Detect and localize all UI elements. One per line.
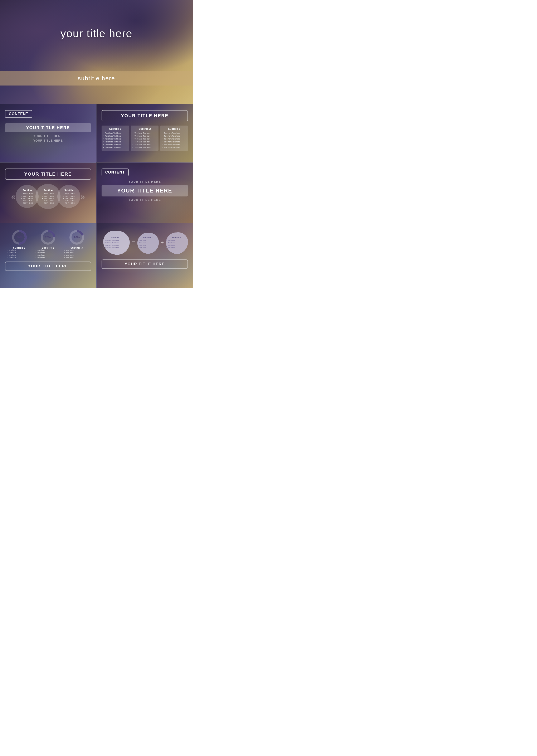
list-item: TEXT HERE — [21, 195, 33, 197]
cell2-col-1: Subtitle 1 Text here Text here Text here… — [102, 126, 129, 151]
blob3-inner: Subtitle 3 Text here Text here Text here… — [166, 236, 186, 249]
list-item: Text here — [7, 249, 32, 252]
donut-item-1: 50% Subtitle 1 Text here Text here Text … — [7, 229, 32, 259]
list-item: Text here — [35, 257, 61, 259]
cell5-content: 50% Subtitle 1 Text here Text here Text … — [5, 229, 91, 271]
list-item: Text here — [166, 239, 186, 242]
list-item: Text here Text here — [103, 132, 128, 135]
list-item: Text here — [7, 254, 32, 257]
cell2-title-box: YOUR TITLE HERE — [102, 110, 188, 121]
list-item: Text here Text here — [103, 239, 129, 242]
slide-cell-1: CONTENT YOUR TITLE HERE YOUR TITLE HERE … — [0, 104, 97, 163]
list-item: Text here Text here — [132, 138, 157, 140]
slide6-title: YOUR TITLE HERE — [125, 262, 165, 266]
list-item: Text here Text here — [103, 246, 129, 249]
list-item: Text here Text here — [132, 140, 157, 143]
slide-cell-5: 50% Subtitle 1 Text here Text here Text … — [0, 223, 97, 288]
list-item: TEXT HERE — [42, 193, 54, 195]
blob1-title: Subtitle 1 — [103, 236, 129, 239]
list-item: Text here Text here — [103, 135, 128, 138]
list-item: TEXT HERE — [42, 195, 54, 197]
list-item: Text here — [35, 249, 61, 252]
donut2-list: Text here Text here Text here Text here — [35, 249, 61, 259]
slide5-title: YOUR TITLE HERE — [28, 264, 68, 268]
donut-item-3: 20% Subtitle 3 Text here Text here Text … — [64, 229, 89, 259]
cell2-col2-title: Subtitle 2 — [132, 127, 157, 130]
list-item: Text here Text here — [162, 143, 186, 146]
plus-symbol: + — [160, 239, 164, 246]
list-item: Text here — [64, 257, 89, 259]
slide-cell-2: YOUR TITLE HERE Subtitle 1 Text here Tex… — [97, 104, 193, 163]
list-item: Text here — [166, 246, 186, 249]
blob-3: Subtitle 3 Text here Text here Text here… — [165, 231, 188, 254]
cell4-badge: CONTENT — [102, 169, 129, 176]
list-item: Text here Text here — [132, 132, 157, 135]
donut-chart-1: 50% — [11, 229, 28, 246]
slide6-title-box: YOUR TITLE HERE — [102, 259, 188, 269]
blob3-list: Text here Text here Text here Text here — [166, 239, 186, 249]
list-item: TEXT HERE — [42, 197, 54, 200]
cell4-title-main: YOUR TITLE HERE — [102, 185, 188, 196]
cell2-col3-list: Text here Text here Text here Text here … — [162, 132, 186, 149]
svg-text:50%: 50% — [17, 236, 22, 239]
list-item: Text here — [138, 244, 158, 246]
blob-1: Subtitle 1 Text here Text here Text here… — [102, 229, 131, 256]
cell1-title3: YOUR TITLE HERE — [5, 139, 91, 142]
donut-chart-3: 20% — [68, 229, 85, 246]
circles-row: « Subtitle TEXT HERE TEXT HERE TEXT HERE… — [5, 184, 91, 209]
list-item: Text here Text here — [162, 135, 186, 138]
blob2-inner: Subtitle 2 Text here Text here Text here… — [138, 236, 158, 249]
circle1-list: TEXT HERE TEXT HERE TEXT HERE TEXT HERE … — [21, 193, 33, 204]
list-item: Text here Text here — [162, 140, 186, 143]
list-item: Text here Text here — [103, 242, 129, 244]
slides-row-1: CONTENT YOUR TITLE HERE YOUR TITLE HERE … — [0, 104, 193, 163]
list-item: Text here Text here — [103, 143, 128, 146]
cell6-content: Subtitle 1 Text here Text here Text here… — [102, 229, 188, 269]
list-item: Text here — [7, 252, 32, 254]
list-item: Text here Text here — [103, 138, 128, 140]
hero-title-area: your title here — [0, 27, 193, 40]
cell1-title2: YOUR TITLE HERE — [5, 134, 91, 138]
cell2-col-3: Subtitle 3 Text here Text here Text here… — [160, 126, 188, 151]
cell2-col3-title: Subtitle 3 — [162, 127, 186, 130]
cell2-col1-title: Subtitle 1 — [103, 127, 128, 130]
cell2-content: YOUR TITLE HERE Subtitle 1 Text here Tex… — [102, 110, 188, 151]
slide-cell-4: CONTENT YOUR TITLE HERE YOUR TITLE HERE … — [97, 163, 193, 223]
cell2-columns: Subtitle 1 Text here Text here Text here… — [102, 126, 188, 151]
circle2-list: TEXT HERE TEXT HERE TEXT HERE TEXT HERE … — [42, 193, 54, 204]
left-quote: « — [11, 192, 16, 201]
blob2-title: Subtitle 2 — [138, 236, 158, 239]
list-item: Text here — [35, 252, 61, 254]
list-item: TEXT HERE — [63, 193, 75, 195]
cell4-content: CONTENT YOUR TITLE HERE YOUR TITLE HERE … — [102, 169, 188, 201]
svg-text:25%: 25% — [45, 236, 51, 239]
list-item: Text here Text here — [132, 143, 157, 146]
blob3-title: Subtitle 3 — [166, 236, 186, 239]
donut1-list: Text here Text here Text here Text here — [7, 249, 32, 259]
blob1-list: Text here Text here Text here Text here … — [103, 239, 129, 249]
cell2-col1-list: Text here Text here Text here Text here … — [103, 132, 128, 149]
list-item: Text here — [35, 254, 61, 257]
cell1-content: CONTENT YOUR TITLE HERE YOUR TITLE HERE … — [5, 110, 91, 142]
blob-2: Subtitle 2 Text here Text here Text here… — [136, 231, 159, 254]
list-item: TEXT HERE — [63, 197, 75, 200]
hero-subtitle-bar: subtitle here — [0, 71, 193, 86]
circle3-title: Subtitle — [64, 189, 73, 192]
equals-symbol: = — [132, 239, 135, 246]
circle-1: Subtitle TEXT HERE TEXT HERE TEXT HERE T… — [16, 185, 39, 208]
list-item: Text here Text here — [162, 146, 186, 149]
list-item: TEXT HERE — [21, 200, 33, 202]
donut-chart-2: 25% — [40, 229, 56, 246]
cell1-title1: YOUR TITLE HERE — [9, 125, 87, 130]
hero-slide: your title here subtitle here — [0, 0, 193, 104]
circle-3: Subtitle TEXT HERE TEXT HERE TEXT HERE T… — [57, 185, 80, 208]
slide-cell-6: Subtitle 1 Text here Text here Text here… — [97, 223, 193, 288]
list-item: Text here Text here — [103, 146, 128, 149]
list-item: TEXT HERE — [63, 202, 75, 204]
list-item: TEXT HERE — [21, 197, 33, 200]
cell1-title1-box: YOUR TITLE HERE — [5, 123, 91, 132]
circle2-title: Subtitle — [43, 189, 53, 192]
cell2-col-2: Subtitle 2 Text here Text here Text here… — [131, 126, 158, 151]
list-item: Text here Text here — [103, 140, 128, 143]
slides-row-3: 50% Subtitle 1 Text here Text here Text … — [0, 223, 193, 288]
